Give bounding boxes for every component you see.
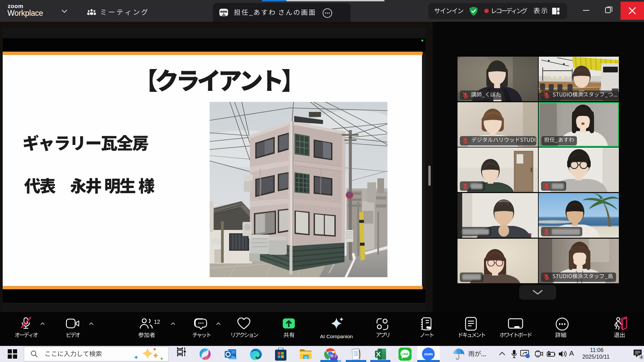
svg-text:zoom: zoom [424, 352, 433, 356]
svg-text:4: 4 [640, 355, 642, 360]
svg-text:LINE: LINE [401, 352, 409, 356]
